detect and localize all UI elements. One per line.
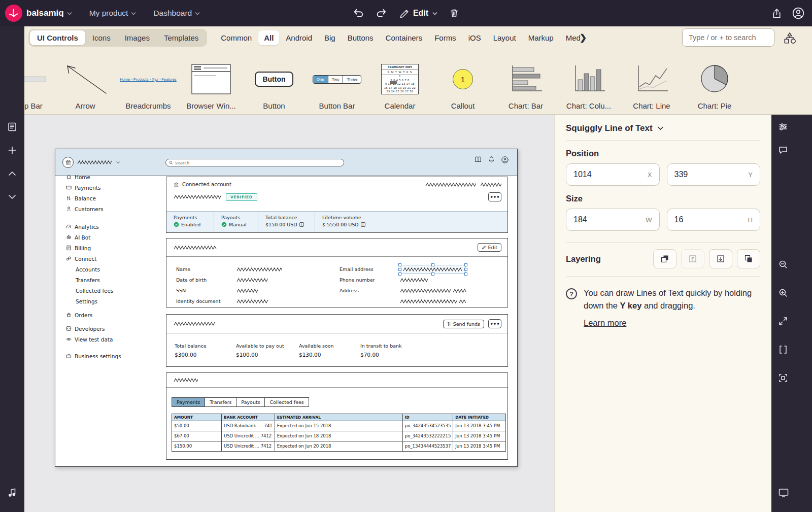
balsamiq-logo-icon[interactable] — [5, 5, 22, 22]
learn-more-link[interactable]: Learn more — [584, 317, 626, 329]
whats-new-button[interactable] — [7, 488, 17, 498]
bring-to-front-button[interactable] — [653, 249, 676, 268]
size-section-label: Size — [566, 194, 760, 203]
cell: USD Unicredit ... 7412 — [222, 431, 275, 441]
tab-icons[interactable]: Icons — [85, 30, 118, 45]
component-label: Breadcrumbs — [125, 101, 171, 110]
component-button[interactable]: Button Button — [243, 49, 306, 114]
send-to-back-button[interactable] — [737, 249, 760, 268]
library-search-input[interactable] — [682, 28, 774, 47]
focus-selection-button[interactable] — [778, 373, 788, 383]
position-y-input[interactable] — [674, 170, 749, 179]
component-browser-window[interactable]: Browser Win... — [180, 49, 243, 114]
mockup-logo — [62, 157, 120, 168]
edit-profile-button[interactable]: Edit — [478, 243, 501, 252]
send-funds-button[interactable]: Send funds — [443, 320, 484, 328]
category-buttons[interactable]: Buttons — [342, 30, 379, 45]
categories-overflow-chevron[interactable]: ❯ — [580, 32, 587, 43]
component-calendar[interactable]: FEBRUARY 2025 S M T W T F S 1 2 3 4 5 6 … — [368, 49, 431, 114]
info-icon: i — [361, 222, 365, 227]
credit-card-icon — [65, 185, 72, 190]
add-page-button[interactable] — [7, 145, 17, 155]
component-button-bar[interactable]: One Two Three Button Bar — [306, 49, 368, 114]
properties-button[interactable] — [778, 122, 788, 132]
category-media[interactable]: Med — [560, 30, 582, 45]
balance-more-button[interactable]: ••• — [488, 319, 501, 328]
zoom-actual-size-button[interactable] — [778, 345, 788, 355]
selected-control-header[interactable]: Squiggly Line of Text — [566, 115, 760, 140]
component-label: p Bar — [24, 101, 43, 110]
size-w-input[interactable] — [573, 215, 646, 224]
tab-collected-fees[interactable]: Collected fees — [264, 397, 309, 407]
mockup-nav-collected-fees: Collected fees — [65, 285, 163, 296]
tab-transfers[interactable]: Transfers — [205, 397, 236, 407]
tab-templates[interactable]: Templates — [157, 30, 206, 45]
category-markup[interactable]: Markup — [523, 30, 559, 45]
left-rail — [0, 26, 24, 512]
squiggle-text — [77, 160, 113, 165]
zoom-in-icon — [778, 288, 788, 298]
zoom-to-fit-button[interactable] — [778, 316, 788, 326]
share-button[interactable] — [771, 8, 783, 19]
category-forms[interactable]: Forms — [429, 30, 462, 45]
previous-page-button[interactable] — [7, 168, 17, 179]
mockup-nav-home: Home — [65, 172, 163, 182]
edit-mode-menu[interactable]: Edit — [399, 8, 437, 18]
component-breadcrumbs[interactable]: Home › Products › Xyz › Features Breadcr… — [117, 49, 180, 114]
chevron-down-icon — [195, 12, 200, 15]
tab-ui-controls[interactable]: UI Controls — [30, 30, 85, 45]
component-chart-line[interactable]: Chart: Line — [620, 49, 683, 114]
tab-payouts[interactable]: Payouts — [236, 397, 265, 407]
project-menu[interactable]: My product — [89, 9, 137, 18]
person-icon — [65, 206, 72, 212]
selected-control-title: Squiggly Line of Text — [566, 123, 653, 133]
present-button[interactable] — [778, 488, 788, 498]
chevron-down-icon — [131, 12, 136, 15]
send-backward-button[interactable] — [709, 249, 732, 268]
category-ios[interactable]: iOS — [463, 30, 487, 45]
zoom-in-button[interactable] — [778, 288, 788, 298]
component-arrow[interactable]: Arrow — [54, 49, 117, 114]
mockup-nav-analytics: Analytics — [65, 221, 163, 232]
category-big[interactable]: Big — [319, 30, 341, 45]
page-menu[interactable]: Dashboard — [153, 9, 200, 18]
component-app-bar[interactable]: p Bar — [24, 49, 54, 114]
component-chart-pie[interactable]: Chart: Pie — [683, 49, 746, 114]
page-menu-label: Dashboard — [153, 9, 192, 18]
size-h-input[interactable] — [674, 215, 748, 224]
redo-button[interactable] — [376, 7, 388, 19]
tab-payments[interactable]: Payments — [172, 397, 206, 407]
category-common[interactable]: Common — [215, 30, 257, 45]
search-icon — [169, 161, 173, 165]
account-more-button[interactable]: ••• — [488, 192, 501, 201]
quick-add-shapes-button[interactable] — [783, 30, 797, 45]
cell: Jun 13 2018 3:45 PM — [453, 441, 506, 452]
table-row: $150.00 USD Unicredit ... 7412 Expected … — [172, 441, 506, 452]
category-android[interactable]: Android — [280, 30, 318, 45]
brand-menu[interactable]: balsamiq — [26, 8, 72, 18]
delete-button[interactable] — [449, 8, 460, 19]
component-callout[interactable]: 1 Callout — [431, 49, 494, 114]
bank-icon — [174, 182, 179, 187]
comments-button[interactable] — [778, 145, 788, 155]
editor-canvas[interactable]: search Home Payments Balance Customers A… — [24, 115, 554, 512]
redo-icon — [376, 7, 388, 19]
component-chart-bar[interactable]: Chart: Bar — [494, 49, 557, 114]
component-chart-column[interactable]: Chart: Colu... — [557, 49, 620, 114]
pages-panel-button[interactable] — [7, 122, 17, 132]
browser-window-mockup[interactable]: search Home Payments Balance Customers A… — [55, 149, 518, 467]
next-page-button[interactable] — [7, 192, 17, 202]
category-all[interactable]: All — [258, 30, 279, 45]
calendar-preview: FEBRUARY 2025 S M T W T F S 1 2 3 4 5 6 … — [381, 64, 419, 94]
position-x-input[interactable] — [573, 170, 648, 179]
undo-button[interactable] — [352, 7, 364, 19]
position-y-field: Y — [667, 163, 761, 186]
tab-images[interactable]: Images — [118, 30, 157, 45]
category-layout[interactable]: Layout — [488, 30, 522, 45]
trash-icon — [449, 8, 460, 19]
account-button[interactable] — [792, 7, 805, 20]
zoom-out-button[interactable] — [778, 259, 788, 269]
category-containers[interactable]: Containers — [380, 30, 428, 45]
selected-squiggly-line[interactable] — [400, 265, 466, 274]
bring-forward-button[interactable] — [681, 249, 704, 268]
